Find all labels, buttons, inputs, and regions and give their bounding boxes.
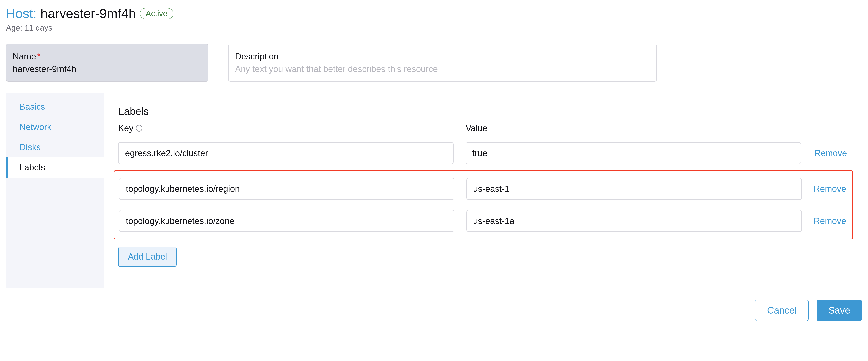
value-column-header: Value [466, 123, 801, 133]
masthead: Host: harvester-9mf4h Active Age: 11 day… [6, 6, 862, 36]
resource-kind: Host: [6, 6, 36, 21]
remove-button[interactable]: Remove [814, 148, 848, 158]
sidebar-item-disks[interactable]: Disks [6, 137, 104, 157]
name-label: Name* [13, 52, 202, 61]
label-value-input[interactable] [466, 142, 801, 164]
section-title: Labels [118, 105, 848, 117]
status-badge: Active [140, 8, 174, 19]
info-icon[interactable]: i [136, 125, 143, 132]
label-value-input[interactable] [466, 210, 802, 232]
age-label: Age: [6, 24, 22, 32]
label-row: Remove [119, 205, 847, 237]
key-column-header: Key i [118, 123, 454, 133]
cancel-button[interactable]: Cancel [755, 300, 808, 321]
title-line: Host: harvester-9mf4h Active [6, 6, 862, 21]
label-row: Remove [118, 137, 848, 169]
age-value: 11 days [24, 24, 52, 32]
age-line: Age: 11 days [6, 24, 862, 32]
description-field[interactable]: Description Any text you want that bette… [228, 44, 657, 81]
column-headers: Key i Value [118, 123, 848, 133]
name-value: harvester-9mf4h [13, 64, 202, 74]
sidebar: Basics Network Disks Labels [6, 93, 104, 288]
description-placeholder: Any text you want that better describes … [235, 64, 650, 74]
remove-button[interactable]: Remove [814, 216, 847, 226]
footer: Cancel Save [6, 300, 862, 321]
content: Labels Key i Value Remove [104, 93, 862, 288]
required-indicator: * [36, 52, 40, 61]
label-value-input[interactable] [466, 178, 802, 200]
save-button[interactable]: Save [816, 300, 862, 321]
label-key-input[interactable] [118, 142, 454, 164]
main: Basics Network Disks Labels Labels Key i… [6, 93, 862, 288]
sidebar-item-network[interactable]: Network [6, 117, 104, 137]
remove-button[interactable]: Remove [814, 184, 847, 194]
page: Host: harvester-9mf4h Active Age: 11 day… [0, 0, 868, 339]
label-key-input[interactable] [119, 210, 455, 232]
head-fields: Name* harvester-9mf4h Description Any te… [6, 44, 862, 81]
add-label-button[interactable]: Add Label [118, 247, 177, 267]
sidebar-item-labels[interactable]: Labels [6, 157, 104, 177]
name-field: Name* harvester-9mf4h [6, 44, 208, 81]
label-row: Remove [119, 173, 847, 205]
labels-table: Remove Remove Remove [118, 137, 848, 240]
label-key-input[interactable] [119, 178, 455, 200]
highlighted-rows: Remove Remove [114, 170, 853, 239]
description-label: Description [235, 52, 650, 61]
resource-name: harvester-9mf4h [40, 6, 136, 21]
sidebar-item-basics[interactable]: Basics [6, 97, 104, 117]
